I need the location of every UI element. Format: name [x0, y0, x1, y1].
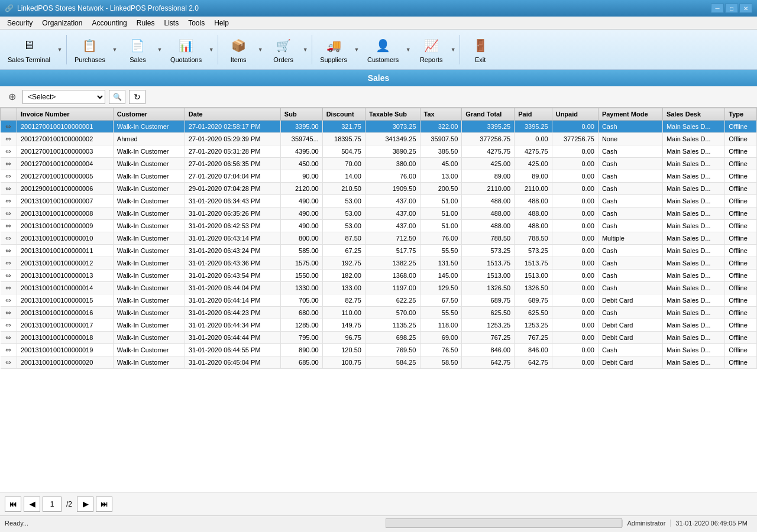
close-button[interactable]: ✕: [739, 4, 752, 13]
status-user: Administrator: [622, 520, 671, 527]
toolbar-items-button[interactable]: 📦 Items: [221, 32, 256, 67]
col-payment-mode[interactable]: Payment Mode: [598, 108, 662, 121]
search-button[interactable]: 🔍: [109, 90, 125, 104]
col-customer[interactable]: Customer: [113, 108, 185, 121]
titlebar-controls: ─ □ ✕: [711, 4, 752, 13]
toolbar-customers-dropdown[interactable]: ▼: [404, 32, 412, 67]
table-row[interactable]: ⇔20013100100100000012Walk-In Customer31-…: [1, 257, 757, 270]
table-row[interactable]: ⇔20013100100100000009Walk-In Customer31-…: [1, 220, 757, 232]
menu-organization[interactable]: Organization: [37, 18, 87, 28]
restore-button[interactable]: □: [725, 4, 738, 13]
table-row[interactable]: ⇔20013100100100000007Walk-In Customer31-…: [1, 195, 757, 207]
table-row[interactable]: ⇔20012700100100000002Ahmed27-01-2020 05:…: [1, 133, 757, 145]
toolbar-purchases-button[interactable]: 📋 Purchases: [69, 32, 111, 67]
search-icon: 🔍: [113, 93, 122, 101]
toolbar-sep-4: [460, 35, 460, 64]
table-row[interactable]: ⇔20013100100100000019Walk-In Customer31-…: [1, 344, 757, 356]
col-sales-desk[interactable]: Sales Desk: [662, 108, 724, 121]
toolbar-suppliers-group: 🚚 Suppliers ▼: [315, 32, 361, 67]
col-discount[interactable]: Discount: [322, 108, 365, 121]
app-icon: 🔗: [5, 4, 14, 12]
menu-accounting[interactable]: Accounting: [87, 18, 131, 28]
table-row[interactable]: ⇔20013100100100000014Walk-In Customer31-…: [1, 282, 757, 294]
table-row[interactable]: ⇔20013100100100000017Walk-In Customer31-…: [1, 319, 757, 332]
sales-icon: 📄: [128, 36, 147, 55]
toolbar-customers-button[interactable]: 👤 Customers: [362, 32, 404, 67]
toolbar-orders-dropdown[interactable]: ▼: [301, 32, 309, 67]
col-tax[interactable]: Tax: [420, 108, 462, 121]
toolbar-orders-button[interactable]: 🛒 Orders: [266, 32, 301, 67]
table-row[interactable]: ⇔20012700100100000003Walk-In Customer27-…: [1, 145, 757, 158]
toolbar-reports-dropdown[interactable]: ▼: [449, 32, 457, 67]
toolbar-purchases-dropdown[interactable]: ▼: [111, 32, 119, 67]
first-page-button[interactable]: ⏮: [5, 497, 21, 512]
col-grand-total[interactable]: Grand Total: [462, 108, 515, 121]
status-right: Administrator 31-01-2020 06:49:05 PM: [622, 520, 753, 527]
table-row[interactable]: ⇔20012900100100000006Walk-In Customer29-…: [1, 183, 757, 195]
table-row[interactable]: ⇔20013100100100000011Walk-In Customer31-…: [1, 245, 757, 257]
menu-security[interactable]: Security: [2, 18, 37, 28]
nav-icon: ⊕: [5, 90, 19, 104]
table-row[interactable]: ⇔20013100100100000010Walk-In Customer31-…: [1, 232, 757, 245]
col-date[interactable]: Date: [185, 108, 280, 121]
table-row[interactable]: ⇔20013100100100000016Walk-In Customer31-…: [1, 307, 757, 319]
last-page-button[interactable]: ⏭: [96, 497, 112, 512]
toolbar-exit-button[interactable]: 🚪 Exit: [462, 32, 498, 67]
toolbar-quotations-button[interactable]: 📊 Quotations: [165, 32, 207, 67]
table-row[interactable]: ⇔20013100100100000020Walk-In Customer31-…: [1, 356, 757, 369]
toolbar: 🖥 Sales Terminal ▼ 📋 Purchases ▼ 📄 Sales…: [0, 30, 757, 70]
toolbar-sales-terminal-button[interactable]: 🖥 Sales Terminal: [2, 32, 56, 67]
toolbar-orders-label: Orders: [273, 56, 293, 63]
filter-select[interactable]: <Select> Invoice Number Customer Date: [22, 90, 105, 104]
toolbar-items-dropdown[interactable]: ▼: [256, 32, 264, 67]
toolbar-purchases-label: Purchases: [75, 56, 105, 63]
menubar: Security Organization Accounting Rules L…: [0, 17, 757, 30]
col-taxable-sub[interactable]: Taxable Sub: [365, 108, 420, 121]
statusbar: Ready... Administrator 31-01-2020 06:49:…: [0, 515, 757, 530]
table-row[interactable]: ⇔20012700100100000004Walk-In Customer27-…: [1, 158, 757, 170]
section-title: Sales: [0, 70, 757, 86]
minimize-button[interactable]: ─: [711, 4, 724, 13]
data-table: Invoice Number Customer Date Sub Discoun…: [0, 108, 757, 369]
col-type[interactable]: Type: [725, 108, 757, 121]
table-row[interactable]: ⇔20012700100100000005Walk-In Customer27-…: [1, 170, 757, 183]
toolbar-sales-terminal-dropdown[interactable]: ▼: [56, 32, 64, 67]
toolbar-suppliers-dropdown[interactable]: ▼: [352, 32, 361, 67]
current-page-input[interactable]: [43, 497, 62, 512]
toolbar-sales-button[interactable]: 📄 Sales: [120, 32, 156, 67]
toolbar-reports-label: Reports: [420, 56, 443, 63]
toolbar-suppliers-button[interactable]: 🚚 Suppliers: [315, 32, 352, 67]
menu-help[interactable]: Help: [209, 18, 234, 28]
refresh-button[interactable]: ↻: [129, 90, 145, 104]
menu-lists[interactable]: Lists: [159, 18, 183, 28]
table-row[interactable]: ⇔20013100100100000008Walk-In Customer31-…: [1, 207, 757, 220]
toolbar-sales-dropdown[interactable]: ▼: [156, 32, 164, 67]
status-progress-bar: [386, 518, 622, 528]
col-row-ctrl: [1, 108, 17, 121]
total-pages: /2: [64, 500, 75, 508]
toolbar-customers-label: Customers: [367, 56, 399, 63]
table-row[interactable]: ⇔20013100100100000013Walk-In Customer31-…: [1, 270, 757, 282]
col-paid[interactable]: Paid: [515, 108, 552, 121]
table-row[interactable]: ⇔20013100100100000018Walk-In Customer31-…: [1, 332, 757, 344]
menu-tools[interactable]: Tools: [183, 18, 209, 28]
orders-icon: 🛒: [274, 36, 293, 55]
toolbar-sales-terminal-group: 🖥 Sales Terminal ▼: [2, 32, 64, 67]
toolbar-reports-button[interactable]: 📈 Reports: [413, 32, 449, 67]
toolbar-exit-label: Exit: [475, 56, 486, 63]
toolbar-reports-group: 📈 Reports ▼: [413, 32, 457, 67]
exit-icon: 🚪: [471, 36, 490, 55]
toolbar-quotations-dropdown[interactable]: ▼: [207, 32, 215, 67]
next-page-button[interactable]: ▶: [77, 497, 93, 512]
menu-rules[interactable]: Rules: [132, 18, 160, 28]
toolbar-sep-2: [218, 35, 218, 64]
purchases-icon: 📋: [80, 36, 99, 55]
col-invoice-number[interactable]: Invoice Number: [17, 108, 114, 121]
col-sub[interactable]: Sub: [280, 108, 322, 121]
sales-terminal-icon: 🖥: [20, 36, 38, 55]
table-row[interactable]: ⇔20013100100100000015Walk-In Customer31-…: [1, 294, 757, 307]
prev-page-button[interactable]: ◀: [24, 497, 40, 512]
col-unpaid[interactable]: Unpaid: [552, 108, 598, 121]
window-title: LinkedPOS Stores Network - LinkedPOS Pro…: [17, 4, 199, 12]
table-row[interactable]: ⇔20012700100100000001Walk-In Customer27-…: [1, 121, 757, 133]
